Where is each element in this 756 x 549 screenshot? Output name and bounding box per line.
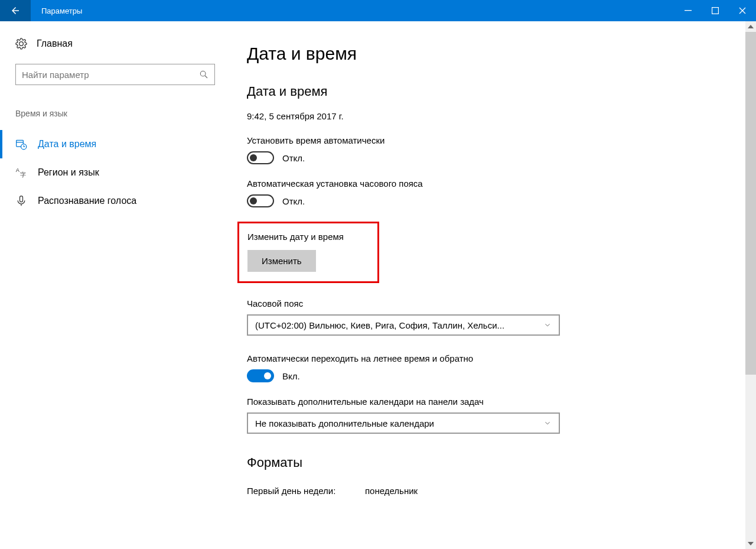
- first-day-label: Первый день недели:: [247, 486, 365, 496]
- close-button[interactable]: [729, 0, 756, 21]
- auto-timezone-label: Автоматическая установка часового пояса: [247, 178, 756, 189]
- chevron-down-icon: [748, 542, 754, 545]
- dst-state: Вкл.: [282, 371, 300, 381]
- titlebar: Параметры: [0, 0, 756, 21]
- scroll-down-button[interactable]: [745, 538, 756, 549]
- auto-time-toggle[interactable]: [247, 151, 274, 164]
- language-icon: A字: [15, 167, 27, 178]
- microphone-icon: [15, 195, 27, 207]
- minimize-button[interactable]: [674, 0, 702, 21]
- search-input[interactable]: [22, 70, 199, 80]
- calendars-label: Показывать дополнительные календари на п…: [247, 397, 756, 407]
- sidebar: Главная Время и язык Дата и время A字 Рег…: [0, 21, 219, 549]
- maximize-button[interactable]: [702, 0, 729, 21]
- first-day-value: понедельник: [365, 486, 418, 496]
- gear-icon: [15, 38, 27, 50]
- calendar-clock-icon: [15, 138, 27, 150]
- sidebar-item-label: Распознавание голоса: [38, 196, 136, 206]
- dst-label: Автоматически переходить на летнее время…: [247, 353, 756, 363]
- auto-timezone-toggle[interactable]: [247, 194, 274, 207]
- sidebar-item-label: Дата и время: [38, 139, 96, 150]
- sidebar-home[interactable]: Главная: [15, 38, 203, 50]
- current-datetime: 9:42, 5 сентября 2017 г.: [247, 111, 756, 121]
- window-title: Параметры: [31, 7, 674, 15]
- auto-timezone-state: Откл.: [282, 196, 305, 206]
- timezone-label: Часовой пояс: [247, 298, 756, 308]
- search-icon: [199, 70, 208, 79]
- chevron-up-icon: [748, 25, 754, 28]
- svg-point-2: [200, 71, 206, 76]
- auto-time-label: Установить время автоматически: [247, 135, 756, 145]
- back-button[interactable]: [0, 0, 31, 21]
- sidebar-item-region[interactable]: A字 Регион и язык: [0, 158, 219, 187]
- change-button[interactable]: Изменить: [247, 250, 316, 272]
- sidebar-item-speech[interactable]: Распознавание голоса: [0, 187, 219, 215]
- scrollbar[interactable]: [745, 21, 756, 549]
- arrow-left-icon: [10, 5, 21, 16]
- calendars-value: Не показывать дополнительные календари: [255, 418, 434, 428]
- maximize-icon: [712, 7, 719, 14]
- calendars-select[interactable]: Не показывать дополнительные календари: [247, 412, 560, 434]
- chevron-down-icon: [543, 419, 552, 427]
- dst-toggle[interactable]: [247, 369, 274, 382]
- content-pane: Дата и время Дата и время 9:42, 5 сентяб…: [219, 21, 756, 549]
- svg-text:字: 字: [20, 171, 26, 178]
- auto-time-state: Откл.: [282, 153, 305, 163]
- svg-rect-1: [712, 8, 719, 14]
- timezone-value: (UTC+02:00) Вильнюс, Киев, Рига, София, …: [255, 320, 504, 330]
- close-icon: [739, 7, 746, 14]
- sidebar-home-label: Главная: [37, 38, 73, 49]
- scroll-thumb[interactable]: [745, 32, 756, 375]
- svg-line-3: [205, 76, 207, 78]
- svg-rect-0: [685, 10, 692, 11]
- sidebar-item-label: Регион и язык: [38, 167, 99, 178]
- datetime-section-title: Дата и время: [247, 84, 756, 99]
- sidebar-section-label: Время и язык: [15, 109, 203, 118]
- chevron-down-icon: [543, 321, 552, 329]
- page-title: Дата и время: [247, 44, 756, 64]
- timezone-select[interactable]: (UTC+02:00) Вильнюс, Киев, Рига, София, …: [247, 314, 560, 336]
- change-datetime-label: Изменить дату и время: [247, 232, 369, 242]
- search-box[interactable]: [15, 64, 215, 85]
- scroll-up-button[interactable]: [745, 21, 756, 32]
- minimize-icon: [685, 7, 692, 14]
- formats-section-title: Форматы: [247, 455, 756, 470]
- change-datetime-highlight: Изменить дату и время Изменить: [237, 222, 379, 283]
- svg-rect-9: [20, 196, 23, 202]
- sidebar-item-datetime[interactable]: Дата и время: [0, 130, 219, 158]
